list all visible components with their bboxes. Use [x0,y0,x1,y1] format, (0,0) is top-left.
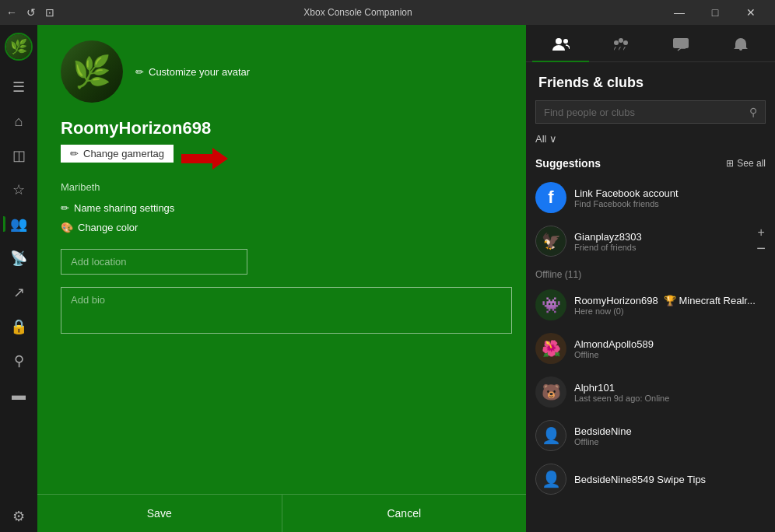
offline-item-roomyhorizon[interactable]: 👾 RoomyHorizon698 🏆 Minecraft Realr... H… [526,283,775,327]
sidebar-item-home[interactable]: ⌂ [3,106,34,137]
gianplayz-info: Gianplayz8303 Friend of friends [574,231,749,252]
bedsidenine8549-info: BedsideNine8549 Swipe Tips [574,474,766,485]
people-icon: 👥 [10,215,27,233]
minimize-button[interactable]: — [661,0,697,25]
cancel-button[interactable]: Cancel [282,495,527,532]
sidebar: 🌿 ☰ ⌂ ◫ ☆ 👥 📡 ↗ 🔒 ⚲ ▬ [0,25,37,532]
main-layout: 🌿 ☰ ⌂ ◫ ☆ 👥 📡 ↗ 🔒 ⚲ ▬ [0,25,775,532]
username-display: RoomyHorizon698 [61,118,503,138]
sidebar-item-settings[interactable]: ⚙ [3,501,34,532]
name-sharing-button[interactable]: ✏ Name sharing settings [61,202,174,214]
facebook-info: Link Facebook account Find Facebook frie… [574,187,766,208]
tab-notifications[interactable] [712,31,769,62]
facebook-avatar: f [535,182,566,213]
store-icon: ◫ [12,147,26,164]
real-name-display: Maribeth [61,181,503,193]
gianplayz-avatar: 🦅 [535,226,566,257]
fullscreen-icon[interactable]: ⊡ [45,6,54,19]
almondapollo-name: AlmondApollo589 [574,338,766,350]
news-icon: ▬ [12,387,26,404]
refresh-icon[interactable]: ↺ [26,6,36,19]
bedsidenine-info: BedsideNine Offline [574,425,766,446]
bio-input[interactable] [61,287,512,334]
tab-clubs[interactable] [592,31,649,62]
sidebar-item-news[interactable]: ▬ [3,380,34,411]
search-input[interactable] [544,107,749,118]
filter-row: All ∨ [526,133,775,154]
sidebar-avatar[interactable]: 🌿 [3,31,34,62]
alphr101-avatar: 🐻 [535,376,566,408]
panel-title: Friends & clubs [526,62,775,100]
back-icon[interactable]: ← [6,6,17,19]
change-color-button[interactable]: 🎨 Change color [61,222,138,233]
svg-point-3 [614,40,619,45]
gianplayz-actions: + − [756,226,766,256]
maximize-button[interactable]: □ [697,0,733,25]
user-avatar-large[interactable]: 🌿 [61,40,123,103]
tab-friends[interactable] [532,31,589,62]
facebook-name: Link Facebook account [574,187,766,199]
dismiss-friend-minus[interactable]: − [756,240,766,256]
bedsidenine-avatar: 👤 [535,420,566,451]
bedsidenine8549-avatar: 👤 [535,464,566,495]
suggestions-header: Suggestions ⊞ See all [526,154,775,176]
lock-icon: 🔒 [10,318,27,335]
suggestions-label: Suggestions [535,157,601,170]
offline-item-almondapollo[interactable]: 🌺 AlmondApollo589 Offline [526,327,775,370]
bedsidenine-status: Offline [574,437,766,446]
sidebar-item-achievements[interactable]: ☆ [3,174,34,205]
grid-icon: ⊞ [726,158,734,169]
filter-dropdown[interactable]: All ∨ [535,133,557,145]
search-icon: ⚲ [749,106,757,118]
search-icon: ⚲ [14,352,24,369]
offline-item-bedsidenine[interactable]: 👤 BedsideNine Offline [526,414,775,457]
app-title: Xbox Console Companion [54,7,661,18]
almondapollo-info: AlmondApollo589 Offline [574,338,766,359]
profile-footer: Save Cancel [37,494,526,532]
red-arrow-svg [181,148,228,170]
right-tabs [526,25,775,62]
sidebar-item-trending[interactable]: ↗ [3,277,34,308]
sidebar-item-lfg[interactable]: 📡 [3,243,34,274]
titlebar-left: ← ↺ ⊡ [6,6,54,19]
color-icon: 🎨 [61,222,73,233]
sidebar-item-search[interactable]: ⚲ [3,345,34,376]
menu-icon: ☰ [12,79,25,96]
offline-item-bedsidenine8549[interactable]: 👤 BedsideNine8549 Swipe Tips [526,457,775,501]
sidebar-item-menu[interactable]: ☰ [3,72,34,103]
gianplayz-name: Gianplayz8303 [574,231,749,243]
settings-icon: ⚙ [12,508,25,525]
save-button[interactable]: Save [37,495,282,532]
suggestion-item-gianplayz[interactable]: 🦅 Gianplayz8303 Friend of friends + − [526,219,775,263]
facebook-suggestion-item[interactable]: f Link Facebook account Find Facebook fr… [526,176,775,219]
facebook-status: Find Facebook friends [574,199,766,208]
customize-avatar-button[interactable]: ✏ Customize your avatar [135,66,250,78]
location-input[interactable] [61,249,247,275]
almondapollo-status: Offline [574,350,766,359]
see-all-button[interactable]: ⊞ See all [726,158,766,169]
offline-item-alphr101[interactable]: 🐻 Alphr101 Last seen 9d ago: Online [526,370,775,414]
window-controls: — □ ✕ [661,0,769,25]
bedsidenine-name: BedsideNine [574,425,766,437]
change-gamertag-button[interactable]: ✏ Change gamertag [61,145,174,163]
almondapollo-avatar: 🌺 [535,333,566,364]
add-friend-plus[interactable]: + [757,226,764,239]
gianplayz-status: Friend of friends [574,243,749,252]
tab-chat[interactable] [652,31,709,62]
edit-icon: ✏ [70,148,79,159]
close-button[interactable]: ✕ [733,0,769,25]
svg-point-5 [623,40,628,45]
bedsidenine8549-name: BedsideNine8549 Swipe Tips [574,474,766,485]
roomyhorizon-status: Here now (0) [574,306,766,316]
profile-header: 🌿 ✏ Customize your avatar [61,40,503,103]
sidebar-item-clubs[interactable]: 🔒 [3,311,34,342]
sidebar-item-store[interactable]: ◫ [3,140,34,171]
titlebar: ← ↺ ⊡ Xbox Console Companion — □ ✕ [0,0,775,25]
sidebar-item-social[interactable]: 👥 [3,208,34,240]
alphr101-info: Alphr101 Last seen 9d ago: Online [574,382,766,403]
roomyhorizon-info: RoomyHorizon698 🏆 Minecraft Realr... Her… [574,295,766,316]
home-icon: ⌂ [15,114,23,130]
svg-point-2 [563,39,568,44]
friends-tab-icon [552,37,570,56]
notifications-tab-icon [732,37,749,56]
